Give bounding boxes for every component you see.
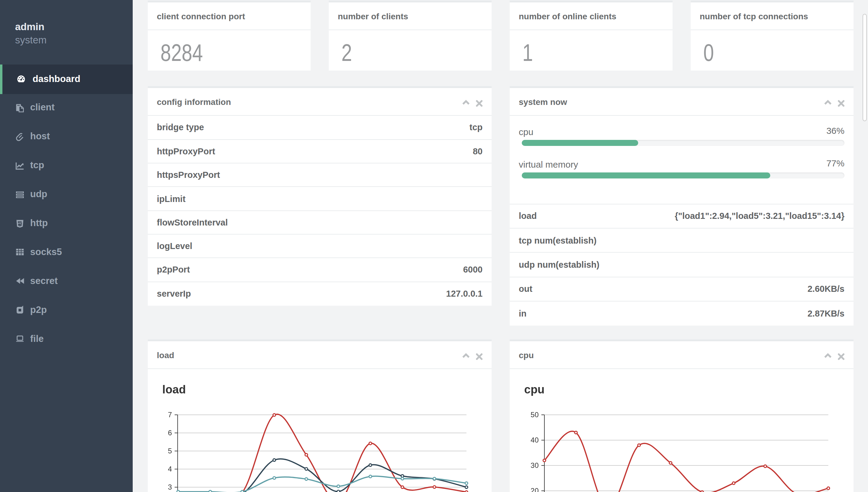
svg-text:5: 5 bbox=[168, 446, 172, 454]
svg-text:3: 3 bbox=[168, 483, 172, 491]
svg-text:4: 4 bbox=[168, 465, 172, 473]
svg-text:load: load bbox=[162, 383, 186, 396]
svg-text:40: 40 bbox=[531, 436, 539, 444]
svg-text:6: 6 bbox=[168, 428, 172, 437]
svg-text:7: 7 bbox=[168, 410, 172, 418]
svg-text:cpu: cpu bbox=[524, 383, 545, 396]
svg-text:20: 20 bbox=[531, 486, 539, 492]
svg-text:30: 30 bbox=[531, 461, 539, 469]
svg-text:50: 50 bbox=[531, 410, 539, 418]
